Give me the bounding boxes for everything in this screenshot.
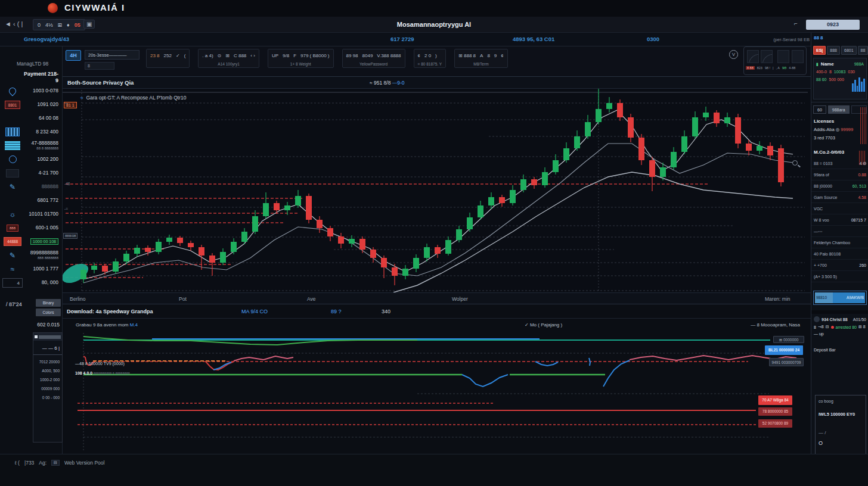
item-icon-cell: 888 bbox=[2, 225, 23, 232]
colors-button[interactable]: Colors bbox=[36, 309, 61, 316]
acct-icon-2[interactable]: ⊸8 bbox=[818, 325, 824, 329]
right-subtab-0[interactable]: 60 bbox=[813, 105, 826, 114]
quote-block[interactable]: ▮ Name 988A 400-0810083030 88 60500 000 bbox=[813, 58, 867, 99]
collapse-icon[interactable]: ⌐ bbox=[794, 20, 798, 27]
watchlist-item[interactable]: 4-21 700 bbox=[2, 166, 61, 180]
toolbar-button[interactable]: 2 0 bbox=[424, 53, 431, 58]
axis-mark-2: -48 bbox=[64, 182, 70, 186]
interval-sub-button[interactable]: 8 bbox=[85, 62, 114, 70]
dropdown-item[interactable]: 00009 000 bbox=[33, 382, 62, 391]
scroll-pill[interactable]: ⊞ 0000000 bbox=[773, 336, 804, 343]
watchlist-item[interactable]: 47-888888888 8 8888888 bbox=[2, 139, 61, 152]
toolbar-button[interactable]: 8049 bbox=[362, 53, 373, 58]
toolbar-button[interactable]: ‹ › bbox=[250, 53, 255, 58]
candlestick-chart[interactable] bbox=[63, 89, 811, 292]
dropdown-item[interactable]: 0 00 - 000 bbox=[33, 391, 62, 400]
magnifier-icon[interactable] bbox=[792, 160, 798, 166]
acct-icon-1[interactable]: 8 bbox=[814, 325, 816, 329]
toolbar-button[interactable]: 979 ( B8000 ) bbox=[300, 53, 329, 58]
watchlist-item[interactable]: 8 232 400 bbox=[2, 125, 61, 139]
order-box-title: co boog bbox=[819, 399, 863, 403]
toolbar-button[interactable]: F bbox=[293, 53, 296, 58]
acct-icon-4[interactable]: ⊞ 8 bbox=[858, 325, 866, 329]
indicator-chart[interactable] bbox=[63, 332, 811, 454]
title-bar: CIYWWAIÁ I bbox=[0, 0, 868, 17]
toolbar-button[interactable]: ⊞ bbox=[225, 53, 230, 58]
toolbar-button[interactable]: ⊞ 888 8 bbox=[458, 53, 476, 58]
watchlist-item[interactable]: 448881000 00 108 bbox=[2, 235, 61, 248]
toolbar-button[interactable]: A bbox=[480, 53, 483, 58]
layout-preview-panel[interactable]: 8 8882398 !|, A9Θ4-88 bbox=[743, 46, 807, 75]
watchlist-item[interactable]: 1003 0-078 bbox=[2, 84, 61, 98]
toolbar-group: 89 988049V.388 8888YellowPassword bbox=[342, 49, 405, 68]
toolbar-button[interactable]: ⊙ bbox=[218, 53, 222, 58]
indicator-link-2[interactable]: 89 ? bbox=[331, 309, 342, 314]
indicator-sub-center[interactable]: ✓ Mo ( Pajajang ) bbox=[525, 322, 562, 328]
symbol-value-2: 4893 95, 63 C01 bbox=[513, 36, 554, 42]
right-tab-0[interactable]: ES| bbox=[813, 46, 826, 55]
indicator-sub-right[interactable]: — 8 Moooapram, Nasa bbox=[751, 322, 800, 328]
watchlist-item[interactable]: ✎888888 bbox=[2, 180, 61, 194]
toolbar-button[interactable]: C 888 bbox=[234, 53, 246, 58]
indicator-link-1[interactable]: MA 9/4 CO bbox=[241, 309, 268, 314]
toolbar-caption: 1+ 8 Weight bbox=[272, 61, 330, 66]
right-tab-1[interactable]: 888 bbox=[827, 46, 840, 55]
toolbar-button[interactable]: 23 8 bbox=[150, 53, 160, 58]
watchlist-item[interactable]: ≈1000 1 777 bbox=[2, 262, 61, 276]
chart-stat-link[interactable]: —9-0 bbox=[392, 80, 405, 86]
dropdown-item[interactable]: 7012 20000 bbox=[33, 355, 62, 364]
watchlist-item[interactable]: 888600-1 005 bbox=[2, 221, 61, 235]
toolbar-groups: 23 8252✓(. a 4)⊙⊞C 888‹ ›A14 100yry1UP9/… bbox=[146, 49, 508, 68]
toolbar-button[interactable]: 252 bbox=[164, 53, 172, 58]
watchlist-item[interactable]: ☼10101 01700 bbox=[2, 207, 61, 221]
mini-bar bbox=[858, 77, 860, 92]
item-icon-cell: 4 bbox=[2, 278, 23, 288]
watchlist-item[interactable]: 88011091 020 bbox=[2, 98, 61, 111]
toolbar-button[interactable]: ( bbox=[184, 53, 186, 58]
dropdown-item[interactable]: 1000-2 000 bbox=[33, 373, 62, 382]
dropdown-item[interactable]: — — 6 | bbox=[33, 341, 62, 355]
app-logo-icon bbox=[48, 3, 58, 13]
watchlist-item[interactable]: ✎8998888888888 8888888 bbox=[2, 248, 61, 262]
dropdown-header[interactable] bbox=[33, 333, 62, 341]
watchlist-item[interactable]: 480, 000 bbox=[2, 276, 61, 289]
toolbar-button[interactable]: ✓ bbox=[176, 53, 180, 58]
toolbar-group-row: ¢2 0) bbox=[418, 51, 442, 61]
binary-button[interactable]: Binary bbox=[36, 299, 61, 307]
toolbar-button[interactable]: ¢ bbox=[418, 53, 420, 58]
right-tab-3[interactable]: 88 bbox=[858, 46, 868, 55]
watchlist-item[interactable]: 1002 200 bbox=[2, 152, 61, 166]
toolbar-button[interactable]: V.388 8888 bbox=[377, 53, 401, 58]
buy-sell-progress[interactable]: 98810 A9AKW/B bbox=[813, 291, 867, 305]
preview-thumb-4[interactable] bbox=[792, 50, 804, 63]
toolbar-button[interactable]: 89 98 bbox=[346, 53, 358, 58]
watchlist-item[interactable]: Payment 218-9 bbox=[2, 70, 61, 84]
preview-thumb-3[interactable] bbox=[777, 50, 789, 63]
toolbar-button[interactable]: ) bbox=[435, 53, 437, 58]
watchlist-item[interactable]: 64 00 08 bbox=[2, 111, 61, 125]
toolbar-button[interactable]: 9 bbox=[494, 53, 497, 58]
acct-icon-3[interactable]: ⊟ bbox=[826, 325, 829, 329]
session-button[interactable]: 0923 bbox=[806, 20, 860, 30]
toolbar-button[interactable]: ¢ bbox=[501, 53, 503, 58]
dark-box-icon bbox=[6, 169, 19, 177]
stat-row: 99ara of0.88 bbox=[811, 169, 868, 180]
symbol-name[interactable]: Gresogvajdy4/43 bbox=[24, 36, 69, 42]
sidebar-dropdown[interactable]: — — 6 |7012 20000A000, 5001000-2 0000000… bbox=[33, 332, 63, 443]
preview-thumb-2[interactable] bbox=[761, 50, 773, 63]
toolbar-button[interactable]: . a 4) bbox=[202, 53, 213, 58]
account-toolbar[interactable]: 8 ⊸8 ⊟ arrested 80 ⊞ 8 bbox=[811, 322, 868, 329]
interval-dropdown[interactable]: 20s-3esse———— bbox=[85, 50, 140, 60]
dropdown-item[interactable]: A000, 500 bbox=[33, 364, 62, 373]
right-tab-2[interactable]: 6801 bbox=[841, 46, 857, 55]
toolbar-button[interactable]: 8 bbox=[487, 53, 489, 58]
watchlist-item[interactable]: 6801 772 bbox=[2, 194, 61, 207]
toolbar-group-row: ⊞ 888 8A89¢ bbox=[458, 51, 504, 61]
timeframe-button[interactable]: 4H bbox=[66, 50, 81, 61]
sub-left-link[interactable]: M.4 bbox=[130, 322, 138, 328]
preview-thumb-1[interactable] bbox=[747, 50, 759, 63]
toolbar-button[interactable]: 9/8 bbox=[283, 53, 289, 58]
right-subtab-1[interactable]: 988ara bbox=[828, 105, 850, 114]
bulb-icon: ☼ bbox=[10, 210, 16, 219]
toolbar-button[interactable]: UP bbox=[272, 53, 278, 58]
